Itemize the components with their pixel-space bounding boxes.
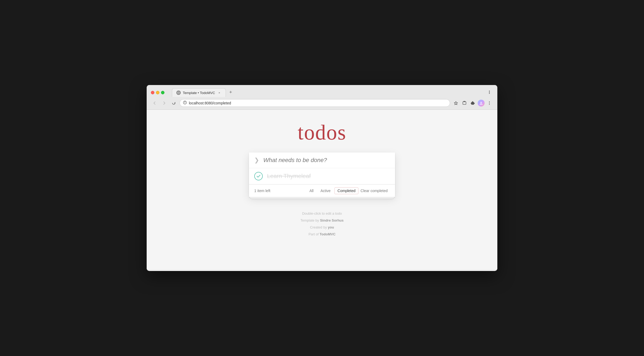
info-line4: Part of TodoMVC: [300, 231, 344, 238]
todo-container: ❯ Learn Thymeleaf 1 item left: [249, 152, 395, 197]
todo-item: Learn Thymeleaf: [249, 168, 395, 184]
todo-checkbox[interactable]: [254, 172, 263, 180]
address-text: localhost:8080/completed: [189, 101, 447, 105]
forward-button[interactable]: [160, 99, 168, 107]
info-line4-prefix: Part of: [308, 232, 320, 236]
info-line2-prefix: Template by: [300, 218, 320, 222]
traffic-lights: [151, 91, 164, 94]
new-todo-input[interactable]: [263, 157, 390, 164]
extensions-button[interactable]: [469, 99, 477, 107]
svg-point-9: [489, 103, 490, 103]
address-bar[interactable]: localhost:8080/completed: [180, 99, 450, 107]
info-line4-brand: TodoMVC: [320, 232, 336, 236]
reload-button[interactable]: [170, 99, 177, 107]
tab-title: Template • TodoMVC: [183, 91, 215, 95]
todo-footer: 1 item left All Active Completed Clear c…: [249, 184, 395, 197]
svg-point-8: [489, 101, 490, 102]
items-left-count: 1 item left: [254, 189, 307, 193]
browser-overflow-button[interactable]: [486, 88, 493, 96]
svg-rect-5: [463, 102, 466, 104]
svg-marker-4: [454, 101, 457, 105]
profile-avatar[interactable]: [478, 100, 485, 107]
todo-text: Learn Thymeleaf: [267, 173, 390, 180]
footer-info: Double-click to edit a todo Template by …: [300, 210, 344, 238]
address-bar-row: localhost:8080/completed: [147, 97, 497, 109]
browser-chrome: Template • TodoMVC × +: [147, 85, 497, 110]
active-tab[interactable]: Template • TodoMVC ×: [172, 88, 226, 97]
screenshot-button[interactable]: [461, 99, 468, 107]
page-content: todos ❯ Learn Thymeleaf: [147, 110, 497, 269]
info-line2-author: Sindre Sorhus: [320, 218, 344, 222]
info-line3-prefix: Created by: [310, 225, 328, 229]
tab-close-button[interactable]: ×: [217, 91, 221, 95]
close-window-button[interactable]: [151, 91, 154, 94]
minimize-window-button[interactable]: [156, 91, 159, 94]
new-todo-row: ❯: [249, 152, 395, 168]
filter-buttons: All Active Completed: [307, 187, 358, 194]
browser-actions: [452, 99, 493, 107]
clear-completed-button[interactable]: Clear completed: [358, 188, 390, 194]
todo-list: Learn Thymeleaf: [249, 168, 395, 184]
info-line3-author: you: [328, 225, 334, 229]
svg-point-3: [185, 101, 185, 102]
maximize-window-button[interactable]: [161, 91, 164, 94]
filter-all-button[interactable]: All: [307, 187, 317, 194]
tab-bar: Template • TodoMVC × +: [172, 88, 484, 97]
menu-button[interactable]: [486, 99, 493, 107]
bookmark-button[interactable]: [452, 99, 460, 107]
tab-favicon-icon: [176, 91, 181, 95]
info-icon: [183, 101, 187, 105]
svg-point-7: [480, 102, 482, 103]
info-line3: Created by you: [300, 224, 344, 231]
filter-active-button[interactable]: Active: [317, 187, 333, 194]
toggle-all-button[interactable]: ❯: [254, 157, 259, 163]
svg-rect-6: [464, 101, 465, 102]
app-title: todos: [298, 120, 346, 145]
filter-completed-button[interactable]: Completed: [334, 187, 358, 194]
info-line1: Double-click to edit a todo: [300, 210, 344, 217]
new-tab-button[interactable]: +: [227, 88, 234, 96]
back-button[interactable]: [151, 99, 158, 107]
title-bar: Template • TodoMVC × +: [147, 85, 497, 97]
info-line2: Template by Sindre Sorhus: [300, 217, 344, 224]
svg-point-10: [489, 104, 490, 105]
browser-window: Template • TodoMVC × +: [147, 85, 497, 271]
